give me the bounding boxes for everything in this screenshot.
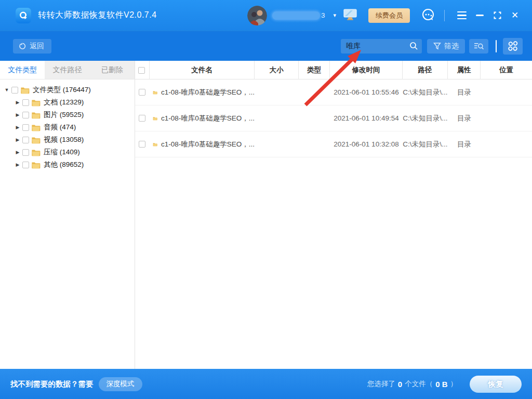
row-checkbox[interactable] bbox=[139, 141, 145, 148]
tree-item-audio[interactable]: ▶ 音频 (474) bbox=[3, 121, 135, 134]
tree-item-root[interactable]: ▼ 文件类型 (176447) bbox=[3, 84, 135, 96]
folder-icon bbox=[153, 114, 157, 123]
app-logo-icon bbox=[16, 8, 31, 23]
tree-item-other[interactable]: ▶ 其他 (89652) bbox=[3, 158, 135, 171]
checkbox[interactable] bbox=[22, 99, 29, 106]
col-modified[interactable]: 修改时间 bbox=[330, 61, 403, 79]
file-location bbox=[481, 131, 532, 157]
file-type bbox=[299, 131, 330, 157]
tree-item-label: 图片 (59525) bbox=[44, 110, 84, 119]
deep-mode-button[interactable]: 深度模式 bbox=[99, 377, 142, 391]
col-size[interactable]: 大小 bbox=[255, 61, 299, 79]
tree-item-label: 文档 (12329) bbox=[44, 98, 84, 107]
folder-icon bbox=[153, 140, 157, 149]
close-button[interactable]: ✕ bbox=[506, 7, 524, 24]
close-icon: ✕ bbox=[511, 10, 518, 21]
main-area: 文件类型 文件路径 已删除 ▼ 文件类型 (176447) ▶ 文档 (1232… bbox=[0, 61, 532, 369]
tree-item-label: 压缩 (1409) bbox=[44, 148, 80, 157]
file-size bbox=[255, 131, 299, 157]
tab-file-type[interactable]: 文件类型 bbox=[0, 61, 45, 79]
file-attr: 目录 bbox=[448, 131, 481, 157]
file-path: C:\未知目录\... bbox=[403, 131, 448, 157]
caret-collapsed-icon[interactable]: ▶ bbox=[14, 100, 21, 105]
select-all-cell bbox=[135, 61, 150, 79]
selection-prefix: 您选择了 bbox=[367, 379, 395, 389]
table-row[interactable]: c1-08-唯库0基础趣学SEO，... 2021-06-01 10:55:46… bbox=[135, 79, 532, 105]
tab-file-path[interactable]: 文件路径 bbox=[45, 61, 89, 79]
user-name[interactable]: 3 bbox=[272, 11, 325, 20]
tree-item-label: 文件类型 (176447) bbox=[33, 85, 91, 95]
minimize-button[interactable] bbox=[471, 7, 488, 24]
caret-collapsed-icon[interactable]: ▶ bbox=[14, 150, 21, 155]
caret-expanded-icon[interactable]: ▼ bbox=[3, 87, 10, 92]
table-row[interactable]: c1-08-唯库0基础趣学SEO，... 2021-06-01 10:49:54… bbox=[135, 105, 532, 131]
tree-item-documents[interactable]: ▶ 文档 (12329) bbox=[3, 96, 135, 109]
sidebar: 文件类型 文件路径 已删除 ▼ 文件类型 (176447) ▶ 文档 (1232… bbox=[0, 61, 135, 369]
row-checkbox[interactable] bbox=[139, 89, 145, 96]
file-type-tree: ▼ 文件类型 (176447) ▶ 文档 (12329) ▶ 图片 (59525… bbox=[0, 79, 135, 171]
menu-button[interactable] bbox=[453, 7, 471, 24]
sidebar-tabs: 文件类型 文件路径 已删除 bbox=[0, 61, 135, 79]
deep-scan-hint: 找不到需要的数据？需要 bbox=[10, 379, 94, 389]
filter-label: 筛选 bbox=[444, 42, 459, 51]
row-checkbox[interactable] bbox=[139, 115, 145, 122]
back-button[interactable]: 返回 bbox=[13, 39, 51, 54]
file-modified: 2021-06-01 10:49:54 bbox=[330, 105, 403, 131]
checkbox[interactable] bbox=[22, 124, 29, 131]
checkbox[interactable] bbox=[22, 137, 29, 143]
renew-membership-button[interactable]: 续费会员 bbox=[368, 8, 410, 23]
file-location bbox=[481, 79, 532, 105]
app-window: 转转大师数据恢复软件V2.0.7.4 3 ▾ bbox=[0, 0, 532, 399]
chevron-down-icon[interactable]: ▾ bbox=[333, 12, 336, 19]
file-modified: 2021-06-01 10:55:46 bbox=[330, 79, 403, 105]
file-size bbox=[255, 105, 299, 131]
selection-summary: 您选择了 0 个文件（ 0 B ） bbox=[367, 379, 457, 389]
caret-collapsed-icon[interactable]: ▶ bbox=[14, 112, 21, 117]
tree-item-label: 视频 (13058) bbox=[44, 135, 84, 144]
tab-deleted[interactable]: 已删除 bbox=[90, 61, 135, 79]
file-modified: 2021-06-01 10:32:08 bbox=[330, 131, 403, 157]
file-name: c1-08-唯库0基础趣学SEO，... bbox=[161, 114, 255, 123]
toolbar: 返回 筛选 bbox=[0, 31, 532, 61]
back-icon bbox=[19, 43, 26, 50]
caret-collapsed-icon[interactable]: ▶ bbox=[14, 125, 21, 130]
col-path[interactable]: 路径 bbox=[403, 61, 448, 79]
app-title: 转转大师数据恢复软件V2.0.7.4 bbox=[38, 10, 157, 21]
folder-icon bbox=[153, 88, 157, 97]
recover-button[interactable]: 恢复 bbox=[470, 376, 522, 393]
filter-button[interactable]: 筛选 bbox=[427, 39, 465, 54]
col-location[interactable]: 位置 bbox=[481, 61, 532, 79]
tree-item-label: 其他 (89652) bbox=[44, 160, 84, 169]
file-path: C:\未知目录\... bbox=[403, 105, 448, 131]
search-icon[interactable] bbox=[409, 42, 418, 52]
search-in-results-button[interactable] bbox=[469, 39, 488, 54]
view-options-button[interactable] bbox=[503, 38, 523, 55]
col-type[interactable]: 类型 bbox=[299, 61, 330, 79]
file-size bbox=[255, 79, 299, 105]
checkbox[interactable] bbox=[22, 162, 29, 168]
maximize-icon bbox=[493, 11, 502, 20]
col-attr[interactable]: 属性 bbox=[448, 61, 481, 79]
select-all-checkbox[interactable] bbox=[138, 67, 145, 74]
toolbar-divider bbox=[496, 40, 497, 52]
tree-item-images[interactable]: ▶ 图片 (59525) bbox=[3, 109, 135, 121]
footer-bar: 找不到需要的数据？需要 深度模式 您选择了 0 个文件（ 0 B ） 恢复 bbox=[0, 369, 532, 399]
file-table: 文件名 大小 类型 修改时间 路径 属性 位置 c1-08-唯库0基础趣学SEO… bbox=[135, 61, 532, 369]
user-avatar[interactable] bbox=[247, 6, 267, 25]
device-monitor-icon[interactable] bbox=[343, 8, 357, 23]
checkbox[interactable] bbox=[22, 112, 29, 118]
file-location bbox=[481, 105, 532, 131]
four-circles-icon bbox=[507, 41, 518, 52]
tree-item-video[interactable]: ▶ 视频 (13058) bbox=[3, 134, 135, 146]
checkbox[interactable] bbox=[22, 149, 29, 156]
selection-count: 0 bbox=[398, 380, 402, 389]
col-filename[interactable]: 文件名 bbox=[150, 61, 255, 79]
caret-collapsed-icon[interactable]: ▶ bbox=[14, 137, 21, 142]
table-row[interactable]: c1-08-唯库0基础趣学SEO，... 2021-06-01 10:32:08… bbox=[135, 131, 532, 157]
tree-item-archive[interactable]: ▶ 压缩 (1409) bbox=[3, 146, 135, 158]
maximize-button[interactable] bbox=[488, 7, 506, 24]
customer-service-icon[interactable] bbox=[421, 8, 435, 23]
caret-collapsed-icon[interactable]: ▶ bbox=[14, 162, 21, 167]
back-label: 返回 bbox=[30, 42, 44, 51]
checkbox[interactable] bbox=[11, 87, 18, 94]
